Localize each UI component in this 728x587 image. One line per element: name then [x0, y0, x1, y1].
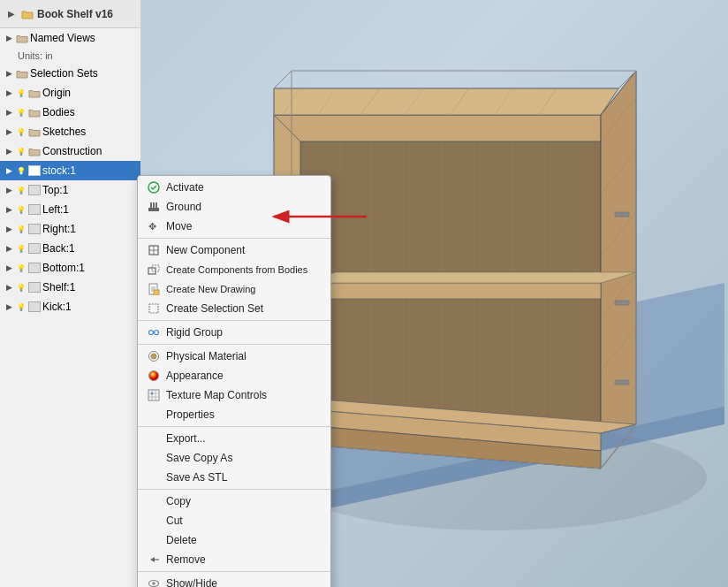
- svg-marker-14: [274, 88, 618, 115]
- expand-arrow[interactable]: [4, 107, 14, 118]
- tree-item-sketches[interactable]: Sketches: [0, 122, 140, 141]
- svg-rect-30: [615, 380, 629, 385]
- menu-item-rigid-group[interactable]: Rigid Group: [138, 323, 330, 342]
- menu-item-ground[interactable]: Ground: [138, 197, 330, 217]
- eye-icon[interactable]: [16, 126, 27, 137]
- material-icon: [147, 349, 161, 363]
- expand-arrow[interactable]: [4, 204, 14, 215]
- component-icon: [28, 282, 41, 293]
- tree-item-named-views[interactable]: Named Views: [0, 28, 140, 48]
- tree-item-back1[interactable]: Back:1: [0, 239, 140, 258]
- tree-item-label: Left:1: [42, 203, 69, 216]
- menu-item-texture-map[interactable]: Texture Map Controls: [138, 385, 330, 405]
- expand-arrow[interactable]: [4, 282, 14, 293]
- eye-icon[interactable]: [16, 185, 27, 195]
- tree-item-bottom1[interactable]: Bottom:1: [0, 258, 140, 278]
- menu-item-appearance[interactable]: Appearance: [138, 366, 330, 385]
- tree-item-label: Construction: [42, 145, 102, 157]
- expand-arrow[interactable]: [4, 88, 14, 98]
- menu-label: Ground: [166, 201, 201, 213]
- tree-item-top1[interactable]: Top:1: [0, 180, 140, 200]
- save-copy-icon: [147, 451, 161, 465]
- folder-icon: [16, 33, 28, 43]
- menu-item-new-component[interactable]: New Component: [138, 240, 330, 260]
- menu-item-copy[interactable]: Copy: [138, 492, 330, 511]
- expand-icon[interactable]: ▶: [5, 8, 18, 20]
- menu-item-create-selection-set[interactable]: Create Selection Set: [138, 299, 330, 318]
- tree-item-right1[interactable]: Right:1: [0, 219, 140, 239]
- menu-item-properties[interactable]: Properties: [138, 405, 330, 424]
- tree-item-left1[interactable]: Left:1: [0, 200, 140, 219]
- menu-item-save-as-stl[interactable]: Save As STL: [138, 468, 330, 487]
- menu-label: Cut: [166, 515, 183, 527]
- svg-rect-29: [615, 301, 629, 305]
- expand-arrow[interactable]: [4, 146, 14, 156]
- tree-item-label: Named Views: [30, 32, 95, 44]
- expand-arrow[interactable]: [4, 263, 14, 273]
- component-icon: [28, 263, 41, 273]
- menu-separator: [138, 571, 330, 572]
- menu-item-activate[interactable]: Activate: [138, 178, 330, 197]
- tree-item-shelf1[interactable]: Shelf:1: [0, 278, 140, 297]
- tree-item-kick1[interactable]: Kick:1: [0, 297, 140, 316]
- eye-icon[interactable]: [16, 243, 27, 254]
- menu-item-remove[interactable]: Remove: [138, 550, 330, 569]
- menu-item-show-hide[interactable]: Show/Hide: [138, 574, 330, 587]
- expand-arrow[interactable]: [4, 33, 14, 43]
- menu-item-delete[interactable]: Delete: [138, 530, 330, 550]
- svg-rect-61: [149, 304, 158, 313]
- eye-icon[interactable]: [16, 301, 27, 312]
- eye-icon[interactable]: [16, 263, 27, 273]
- tree-item-label: Kick:1: [42, 301, 72, 313]
- menu-item-save-copy-as[interactable]: Save Copy As: [138, 448, 330, 468]
- menu-item-create-drawing[interactable]: Create New Drawing: [138, 279, 330, 299]
- rigid-group-icon: [147, 325, 161, 339]
- title-bar: ▶ Book Shelf v16: [0, 0, 140, 28]
- expand-arrow[interactable]: [4, 224, 14, 234]
- delete-icon: [147, 533, 161, 547]
- copy-icon: [147, 494, 161, 508]
- component-icon: [28, 165, 41, 176]
- move-icon: ✥: [147, 219, 161, 233]
- expand-arrow[interactable]: [4, 185, 14, 195]
- eye-icon[interactable]: [16, 88, 27, 98]
- folder-icon: [28, 126, 41, 137]
- menu-separator: [138, 344, 330, 345]
- svg-marker-34: [300, 283, 601, 299]
- tree-item-bodies[interactable]: Bodies: [0, 103, 140, 122]
- eye-icon[interactable]: [16, 204, 27, 215]
- svg-marker-22: [601, 71, 636, 433]
- tree-item-selection-sets[interactable]: Selection Sets: [0, 64, 140, 83]
- menu-label: Texture Map Controls: [166, 389, 267, 401]
- menu-label: Create New Drawing: [166, 284, 255, 294]
- eye-icon[interactable]: [16, 165, 27, 176]
- menu-item-physical-material[interactable]: Physical Material: [138, 347, 330, 366]
- expand-arrow[interactable]: [4, 301, 14, 312]
- eye-icon[interactable]: [16, 107, 27, 118]
- appearance-icon: [147, 369, 161, 383]
- tree-view: Named Views Units: in Selection Sets Ori…: [0, 28, 140, 316]
- svg-rect-46: [148, 208, 159, 211]
- tree-item-label: Top:1: [42, 184, 68, 196]
- menu-label: Export...: [166, 432, 206, 445]
- expand-arrow[interactable]: [4, 165, 14, 176]
- expand-arrow[interactable]: [4, 68, 14, 79]
- menu-label: Create Selection Set: [166, 302, 263, 315]
- menu-item-cut[interactable]: Cut: [138, 511, 330, 530]
- eye-icon[interactable]: [16, 224, 27, 234]
- tree-item-stock1[interactable]: stock:1: [0, 161, 140, 180]
- eye-icon[interactable]: [16, 282, 27, 293]
- svg-marker-39: [274, 71, 636, 88]
- menu-item-move[interactable]: ✥ Move: [138, 217, 330, 236]
- expand-arrow[interactable]: [4, 126, 14, 137]
- context-menu: Activate Ground ✥ Move New Component Cre…: [137, 175, 331, 587]
- tree-item-construction[interactable]: Construction: [0, 141, 140, 161]
- tree-item-label: Origin: [42, 87, 71, 99]
- menu-item-export[interactable]: Export...: [138, 429, 330, 448]
- tree-item-origin[interactable]: Origin: [0, 83, 140, 103]
- menu-item-create-components[interactable]: Create Components from Bodies: [138, 260, 330, 279]
- bodies-icon: [147, 263, 161, 277]
- expand-arrow[interactable]: [4, 243, 14, 254]
- menu-label: Create Components from Bodies: [166, 264, 307, 275]
- eye-icon[interactable]: [16, 146, 27, 156]
